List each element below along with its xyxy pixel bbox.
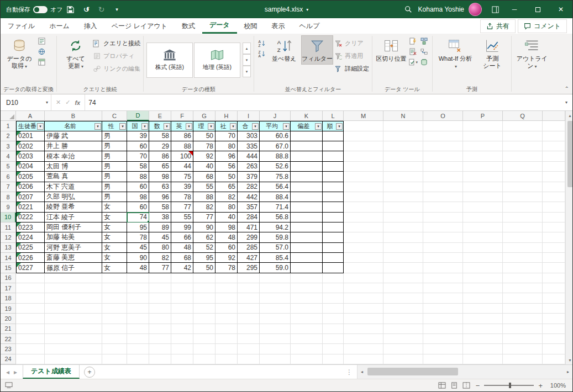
row-header-18[interactable]: 18	[1, 293, 16, 303]
cell-C24[interactable]	[102, 354, 127, 364]
cell-A19[interactable]	[16, 304, 45, 314]
cell-C17[interactable]	[102, 283, 127, 293]
cell-H3[interactable]: 80	[215, 141, 238, 151]
cell-J18[interactable]	[260, 293, 291, 303]
cell-M16[interactable]	[344, 273, 383, 283]
vertical-scroll-thumb[interactable]	[567, 121, 573, 187]
cell-K10[interactable]	[291, 213, 323, 223]
cell-B14[interactable]: 斎藤 美恵	[45, 253, 102, 263]
cell-N12[interactable]	[383, 232, 423, 242]
cell-J15[interactable]: 59.0	[260, 263, 291, 273]
cell-J20[interactable]	[260, 314, 291, 324]
column-header-M[interactable]: M	[344, 111, 383, 121]
cell-K1[interactable]: 偏差▾	[291, 121, 323, 131]
sheet-tab-active[interactable]: テスト成績表	[23, 365, 80, 379]
filter-button-H[interactable]: ▾	[230, 123, 236, 130]
cell-K2[interactable]	[291, 131, 323, 141]
select-all-corner[interactable]	[1, 111, 16, 121]
cell-C8[interactable]: 男	[102, 192, 127, 202]
cell-B24[interactable]	[45, 354, 102, 364]
cell-R12[interactable]	[543, 232, 565, 242]
row-header-22[interactable]: 22	[1, 334, 16, 344]
cell-L23[interactable]	[323, 344, 344, 354]
cell-L11[interactable]	[323, 223, 344, 232]
scroll-left-button[interactable]: ◂	[358, 368, 366, 377]
cell-E9[interactable]: 58	[149, 202, 171, 212]
advanced-filter-button[interactable]: 詳細設定	[334, 63, 369, 75]
cell-N19[interactable]	[383, 304, 423, 314]
cell-G1[interactable]: 理▾	[193, 121, 215, 131]
cell-A4[interactable]: 0203	[16, 151, 45, 161]
tab-formulas[interactable]: 数式	[175, 18, 202, 34]
cell-E16[interactable]	[149, 273, 171, 283]
cell-C13[interactable]: 女	[102, 243, 127, 253]
cell-N23[interactable]	[383, 344, 423, 354]
cell-R6[interactable]	[543, 172, 565, 182]
formula-input[interactable]: 74	[85, 94, 560, 110]
cell-P23[interactable]	[463, 344, 503, 354]
cell-I18[interactable]	[238, 293, 260, 303]
column-header-N[interactable]: N	[383, 111, 423, 121]
cell-N14[interactable]	[383, 253, 423, 263]
cell-L16[interactable]	[323, 273, 344, 283]
geography-button[interactable]: 地理 (英語)	[194, 43, 240, 78]
cell-L18[interactable]	[323, 293, 344, 303]
cell-G7[interactable]: 55	[193, 182, 215, 192]
from-text-csv-button[interactable]	[36, 36, 46, 46]
cell-E13[interactable]: 80	[149, 243, 171, 253]
cell-N9[interactable]	[383, 202, 423, 212]
cell-H5[interactable]: 56	[215, 162, 238, 172]
cell-G4[interactable]: 92	[193, 151, 215, 161]
cell-M2[interactable]	[344, 131, 383, 141]
zoom-out-button[interactable]: −	[476, 382, 480, 390]
prev-sheet-button[interactable]: ◂	[6, 368, 9, 376]
cell-D1[interactable]: 国▾	[127, 121, 149, 131]
cell-E8[interactable]: 96	[149, 192, 171, 202]
cell-M21[interactable]	[344, 324, 383, 334]
cell-K9[interactable]	[291, 202, 323, 212]
cell-J19[interactable]	[260, 304, 291, 314]
cell-P24[interactable]	[463, 354, 503, 364]
cell-L19[interactable]	[323, 304, 344, 314]
cell-O15[interactable]	[423, 263, 463, 273]
cell-C23[interactable]	[102, 344, 127, 354]
cell-N8[interactable]	[383, 192, 423, 202]
cell-J3[interactable]: 67.0	[260, 141, 291, 151]
cell-K6[interactable]	[291, 172, 323, 182]
cell-K21[interactable]	[291, 324, 323, 334]
filter-button-I[interactable]: ▾	[252, 123, 259, 130]
name-box[interactable]: D10 ▾	[1, 94, 51, 110]
cell-M13[interactable]	[344, 243, 383, 253]
undo-button[interactable]: ↺▾	[78, 1, 94, 18]
cell-I10[interactable]: 284	[238, 213, 260, 223]
cell-M14[interactable]	[344, 253, 383, 263]
cell-O20[interactable]	[423, 314, 463, 324]
cell-G12[interactable]: 62	[193, 232, 215, 242]
cell-K23[interactable]	[291, 344, 323, 354]
cell-Q4[interactable]	[503, 151, 543, 161]
cell-K20[interactable]	[291, 314, 323, 324]
cell-G13[interactable]: 52	[193, 243, 215, 253]
cell-H23[interactable]	[215, 344, 238, 354]
cell-N11[interactable]	[383, 223, 423, 232]
filter-button-J[interactable]: ▾	[283, 123, 290, 130]
cell-L10[interactable]	[323, 213, 344, 223]
cell-Q18[interactable]	[503, 293, 543, 303]
collapse-ribbon-button[interactable]: ⌃	[565, 86, 569, 92]
cell-M8[interactable]	[344, 192, 383, 202]
cell-C18[interactable]	[102, 293, 127, 303]
cell-N2[interactable]	[383, 131, 423, 141]
cell-D10[interactable]: 74	[127, 213, 149, 223]
cell-R21[interactable]	[543, 324, 565, 334]
tab-help[interactable]: ヘルプ	[292, 18, 327, 34]
cell-M7[interactable]	[344, 182, 383, 192]
cell-Q11[interactable]	[503, 223, 543, 232]
cell-A16[interactable]	[16, 273, 45, 283]
cell-N4[interactable]	[383, 151, 423, 161]
column-header-A[interactable]: A	[16, 111, 45, 121]
cell-D17[interactable]	[127, 283, 149, 293]
row-header-24[interactable]: 24	[1, 354, 16, 364]
comments-button[interactable]: コメント	[518, 19, 567, 33]
cell-G18[interactable]	[193, 293, 215, 303]
cell-O13[interactable]	[423, 243, 463, 253]
